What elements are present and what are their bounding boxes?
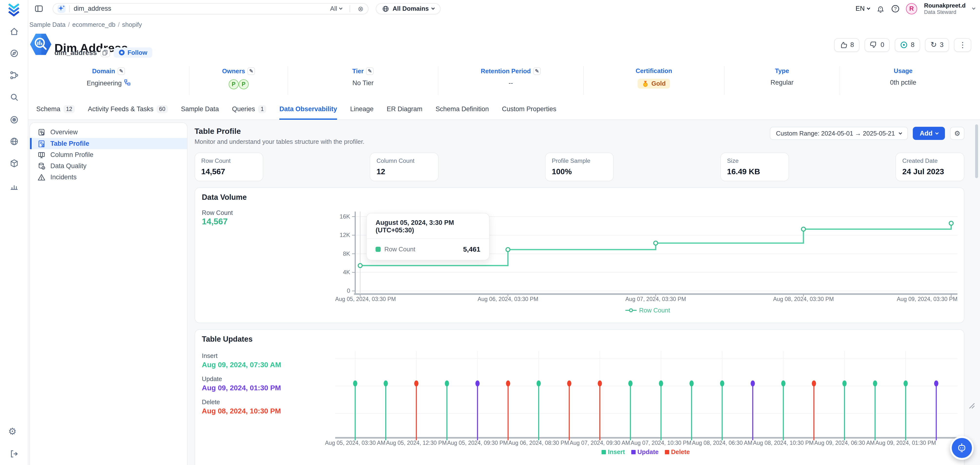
insights-icon[interactable] [10,181,19,191]
user-menu-chevron-icon[interactable] [972,6,975,10]
tab-count-badge: 12 [64,105,75,113]
legend-item-update[interactable]: Update [631,448,659,455]
more-options-button[interactable]: ⋮ [954,38,971,52]
breadcrumb-item-shopify[interactable]: shopify [122,21,142,28]
tab-schema[interactable]: Schema12 [36,100,75,120]
add-button[interactable]: Add [913,127,945,140]
side-menu-item-incidents[interactable]: Incidents [30,172,187,183]
tab-activity-feeds-tasks[interactable]: Activity Feeds & Tasks60 [88,100,168,120]
svg-text:0: 0 [347,287,350,294]
lineage-icon[interactable] [10,71,19,80]
entity-tabs: Schema12Activity Feeds & Tasks60Sample D… [28,99,980,120]
certification-badge: Gold [638,79,670,88]
app-root: ⚙ dim_address All ⊗ All Domains EN ? R R… [0,0,980,465]
edit-domain-button[interactable]: ✎ [118,67,125,75]
user-info[interactable]: Rounakpreet.d Data Steward [924,2,966,15]
svg-text:Aug 06, 2024, 03:30 PM: Aug 06, 2024, 03:30 PM [477,296,538,302]
tab-sample-data[interactable]: Sample Data [181,100,219,120]
versions-button[interactable]: ↻3 [925,38,949,52]
search-clear-icon[interactable]: ⊗ [358,5,364,12]
help-icon[interactable]: ? [892,5,899,13]
edit-tier-button[interactable]: ✎ [366,67,374,75]
metadata-tier: Tier✎No Tier [288,66,438,95]
metadata-value: Regular [770,79,794,86]
breadcrumb-item-sample-data[interactable]: Sample Data [29,21,65,28]
global-search-input[interactable]: dim_address All ⊗ [52,3,369,14]
downvote-button[interactable]: 0 [865,38,890,52]
date-range-dropdown[interactable]: Custom Range: 2024-05-01 → 2025-05-21 [770,127,908,140]
side-menu-label: Table Profile [51,140,89,148]
search-icon[interactable] [10,92,19,102]
edit-retention-period-button[interactable]: ✎ [533,67,541,75]
openmetadata-logo-icon[interactable] [6,2,21,17]
tab-data-observability[interactable]: Data Observability [279,100,337,120]
table-updates-legend: InsertUpdateDelete [335,448,956,455]
tab-count-badge: 1 [258,105,266,113]
side-menu-item-overview[interactable]: Overview [30,127,187,138]
resize-handle-icon[interactable] [969,400,975,406]
search-scope-dropdown[interactable]: All [330,5,342,12]
side-menu-item-data-quality[interactable]: Data Quality [30,160,187,171]
logout-icon[interactable] [10,449,19,459]
legend-item-insert[interactable]: Insert [601,448,625,455]
summary-card-created-date: Created Date24 Jul 2023 [896,152,964,181]
card-value: 24 Jul 2023 [902,167,958,176]
notifications-bell-icon[interactable] [877,5,885,13]
svg-text:Aug 05, 2024, 12:30 PM: Aug 05, 2024, 12:30 PM [386,440,447,446]
metadata-label: Type [775,67,789,75]
all-domains-dropdown[interactable]: All Domains [376,3,440,14]
breadcrumb-item-ecommerce-db[interactable]: ecommerce_db [72,21,115,28]
profiler-settings-button[interactable]: ⚙ [950,127,964,140]
svg-text:8K: 8K [343,251,350,257]
svg-text:Aug 08, 2024, 03:30 PM: Aug 08, 2024, 03:30 PM [773,296,834,302]
medal-icon [642,80,649,87]
domains-icon[interactable] [10,137,19,146]
divider [69,5,70,12]
explore-icon[interactable] [10,49,19,58]
card-value: 12 [377,167,432,176]
svg-text:Aug 07, 2024, 10:30 PM: Aug 07, 2024, 10:30 PM [630,440,691,446]
tab-custom-properties[interactable]: Custom Properties [502,100,556,120]
metadata-label: Tier✎ [352,67,374,75]
observability-icon[interactable] [10,115,19,125]
metadata-band: Domain✎EngineeringOwners✎PPTier✎No TierR… [28,66,966,95]
svg-text:Aug 09, 2024, 01:30 PM: Aug 09, 2024, 01:30 PM [875,440,936,446]
summary-cards: Row Count14,567Column Count12Profile Sam… [194,152,964,181]
metadata-value: 0th pctile [890,79,916,86]
svg-text:Aug 05, 2024, 03:30 PM: Aug 05, 2024, 03:30 PM [335,296,396,302]
tab-queries[interactable]: Queries1 [232,100,266,120]
tab-er-diagram[interactable]: ER Diagram [387,100,423,120]
side-menu-item-column-profile[interactable]: Column Profile [30,149,187,160]
observability-content: OverviewTable ProfileColumn ProfileData … [28,120,980,465]
legend-item-delete[interactable]: Delete [665,448,690,455]
section-title: Table Profile [194,127,241,136]
table-profile-icon [38,140,45,148]
home-icon[interactable] [10,27,19,36]
overview-icon [38,129,45,136]
edit-owners-button[interactable]: ✎ [247,67,255,75]
upvote-button[interactable]: 8 [834,38,859,52]
card-value: 16.49 KB [727,167,782,176]
tab-lineage[interactable]: Lineage [350,100,374,120]
copy-icon[interactable] [100,48,110,57]
metadata-label: Domain✎ [92,67,125,75]
owner-avatar[interactable]: P [239,79,249,89]
side-menu-item-table-profile[interactable]: Table Profile [30,138,187,149]
user-avatar[interactable]: R [906,3,917,14]
scrollbar-thumb[interactable] [975,124,978,178]
sidebar-toggle-icon[interactable] [34,4,44,14]
card-label: Size [727,157,782,164]
table-updates-chart[interactable]: Aug 05, 2024, 03:30 AMAug 05, 2024, 12:3… [195,330,965,465]
data-volume-chart[interactable]: 04K8K12K16KAug 05, 2024, 03:30 PMAug 06,… [195,188,965,324]
metadata-value: PP [229,79,249,89]
follow-button[interactable]: Follow [114,48,152,58]
followers-button[interactable]: 8 [895,38,920,52]
data-products-icon[interactable] [10,159,19,168]
settings-gear-icon[interactable]: ⚙ [8,427,17,436]
chat-widget-button[interactable] [950,436,974,460]
svg-text:Aug 05, 2024, 03:30 AM: Aug 05, 2024, 03:30 AM [325,440,385,446]
language-dropdown[interactable]: EN [856,5,870,13]
owner-avatar[interactable]: P [229,79,239,89]
tab-schema-definition[interactable]: Schema Definition [436,100,489,120]
metadata-retention-period: Retention Period✎-- [438,66,584,95]
